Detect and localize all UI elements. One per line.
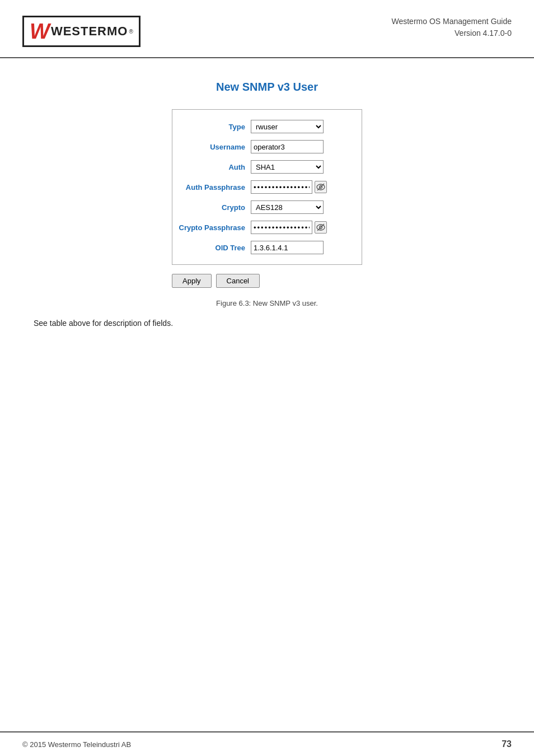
header-title-line1: Westermo OS Management Guide bbox=[391, 16, 512, 27]
auth-passphrase-field bbox=[251, 180, 356, 194]
logo-area: W WeSTErmo ® bbox=[22, 16, 140, 47]
auth-passphrase-label: Auth Passphrase bbox=[178, 183, 251, 192]
footer-copyright: © 2015 Westermo Teleindustri AB bbox=[22, 740, 131, 749]
auth-row: Auth SHA1 MD5 bbox=[172, 157, 362, 177]
logo-reg: ® bbox=[129, 29, 133, 35]
type-select[interactable]: rwuser rouser bbox=[251, 120, 324, 133]
header-title-line2: Version 4.17.0-0 bbox=[391, 27, 512, 39]
type-field: rwuser rouser bbox=[251, 120, 356, 133]
logo-text: WeSTErmo bbox=[51, 24, 128, 39]
oid-tree-label: OID Tree bbox=[178, 244, 251, 252]
page-footer: © 2015 Westermo Teleindustri AB 73 bbox=[0, 731, 534, 756]
crypto-passphrase-input[interactable] bbox=[251, 221, 312, 234]
auth-select[interactable]: SHA1 MD5 bbox=[251, 160, 324, 174]
crypto-select[interactable]: AES128 DES bbox=[251, 200, 324, 214]
crypto-passphrase-label: Crypto Passphrase bbox=[178, 223, 251, 232]
oid-tree-row: OID Tree bbox=[172, 237, 362, 258]
crypto-passphrase-row: Crypto Passphrase bbox=[172, 217, 362, 237]
crypto-row: Crypto AES128 DES bbox=[172, 197, 362, 217]
type-row: Type rwuser rouser bbox=[172, 116, 362, 137]
auth-field: SHA1 MD5 bbox=[251, 160, 356, 174]
username-row: Username bbox=[172, 137, 362, 157]
auth-label: Auth bbox=[178, 163, 251, 171]
username-input[interactable] bbox=[251, 140, 324, 153]
username-field bbox=[251, 140, 356, 153]
logo-box: W WeSTErmo ® bbox=[22, 16, 140, 47]
snmp-form: Type rwuser rouser Username Auth SHA1 MD… bbox=[172, 109, 362, 265]
auth-passphrase-toggle-icon[interactable] bbox=[315, 181, 327, 193]
footer-page-number: 73 bbox=[502, 739, 512, 749]
figure-caption: Figure 6.3: New SNMP v3 user. bbox=[34, 299, 500, 307]
button-row: Apply Cancel bbox=[172, 274, 362, 288]
crypto-label: Crypto bbox=[178, 203, 251, 212]
auth-passphrase-input[interactable] bbox=[251, 180, 312, 194]
username-label: Username bbox=[178, 143, 251, 151]
crypto-passphrase-toggle-icon[interactable] bbox=[315, 221, 327, 234]
type-label: Type bbox=[178, 123, 251, 131]
oid-tree-input[interactable] bbox=[251, 241, 324, 254]
logo-w-icon: W bbox=[30, 21, 50, 42]
description-text: See table above for description of field… bbox=[34, 319, 500, 328]
oid-tree-field bbox=[251, 241, 356, 254]
cancel-button[interactable]: Cancel bbox=[216, 274, 260, 288]
apply-button[interactable]: Apply bbox=[172, 274, 212, 288]
auth-passphrase-row: Auth Passphrase bbox=[172, 177, 362, 197]
header-title: Westermo OS Management Guide Version 4.1… bbox=[391, 16, 512, 39]
page-title: New SNMP v3 User bbox=[34, 81, 500, 94]
main-content: New SNMP v3 User Type rwuser rouser User… bbox=[0, 58, 534, 361]
crypto-passphrase-field bbox=[251, 221, 356, 234]
page-header: W WeSTErmo ® Westermo OS Management Guid… bbox=[0, 0, 534, 58]
crypto-field: AES128 DES bbox=[251, 200, 356, 214]
